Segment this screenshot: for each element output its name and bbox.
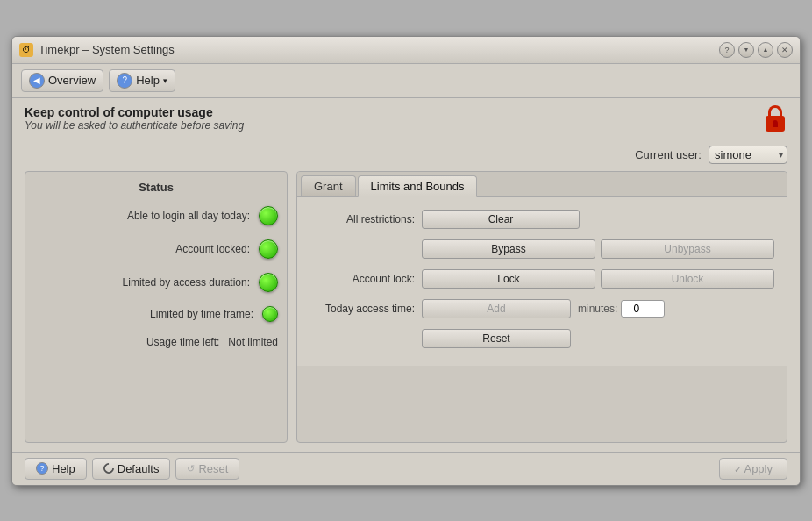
add-button[interactable]: Add bbox=[422, 299, 571, 318]
status-row-login: Able to login all day today: bbox=[34, 206, 278, 225]
user-select[interactable]: simone admin guest bbox=[709, 146, 787, 164]
titlebar-controls: ? ▼ ▲ ✕ bbox=[719, 42, 793, 58]
header-title: Keep control of computer usage bbox=[25, 105, 244, 119]
tab-limits[interactable]: Limits and Bounds bbox=[358, 175, 478, 197]
login-indicator bbox=[259, 206, 278, 225]
lock-pair: Lock Unlock bbox=[422, 269, 774, 289]
timeframe-label: Limited by time frame: bbox=[150, 308, 253, 320]
header-section: Keep control of computer usage You will … bbox=[12, 98, 800, 142]
main-window: ⏱ Timekpr – System Settings ? ▼ ▲ ✕ ◀ Ov… bbox=[11, 36, 801, 486]
usage-label: Usage time left: bbox=[146, 336, 219, 348]
tab-grant[interactable]: Grant bbox=[301, 175, 356, 196]
duration-indicator bbox=[259, 273, 278, 292]
defaults-button[interactable]: Defaults bbox=[92, 458, 171, 480]
status-panel: Status Able to login all day today: Acco… bbox=[25, 171, 288, 443]
close-button[interactable]: ✕ bbox=[777, 42, 793, 58]
lock-body bbox=[766, 116, 785, 132]
overview-button[interactable]: ◀ Overview bbox=[21, 69, 103, 92]
account-lock-label: Account lock: bbox=[310, 273, 415, 285]
header-text: Keep control of computer usage You will … bbox=[25, 105, 244, 132]
reset-bottom-button[interactable]: ↺ Reset bbox=[175, 458, 239, 480]
clear-button[interactable]: Clear bbox=[422, 210, 580, 229]
duration-label: Limited by access duration: bbox=[123, 276, 250, 289]
tab-header: Grant Limits and Bounds bbox=[297, 172, 787, 197]
bypass-pair: Bypass Unbypass bbox=[422, 239, 774, 259]
locked-indicator bbox=[259, 239, 278, 259]
today-access-row: Today access time: Add minutes: bbox=[310, 299, 774, 318]
tab-content-grant: All restrictions: Clear Bypass Unbypass bbox=[297, 197, 787, 366]
usage-row: Usage time left: Not limited bbox=[34, 336, 278, 348]
account-lock-row: Account lock: Lock Unlock bbox=[310, 269, 774, 289]
bypass-row: Bypass Unbypass bbox=[310, 239, 774, 259]
apply-icon: ✓ bbox=[734, 464, 742, 475]
minutes-input[interactable] bbox=[621, 300, 665, 318]
unlock-button[interactable]: Unlock bbox=[601, 269, 774, 289]
minutes-label: minutes: bbox=[578, 303, 617, 315]
main-content: Status Able to login all day today: Acco… bbox=[12, 171, 800, 452]
help-bottom-button[interactable]: ? Help bbox=[25, 458, 87, 480]
maximize-button[interactable]: ▲ bbox=[758, 42, 773, 58]
lock-shackle bbox=[768, 105, 782, 116]
help-title-button[interactable]: ? bbox=[719, 42, 735, 58]
header-subtitle: You will be asked to authenticate before… bbox=[25, 119, 244, 132]
all-restrictions-label: All restrictions: bbox=[310, 213, 415, 225]
titlebar: ⏱ Timekpr – System Settings ? ▼ ▲ ✕ bbox=[12, 37, 800, 64]
refresh-icon bbox=[101, 461, 116, 476]
app-icon: ⏱ bbox=[19, 43, 33, 57]
help-button[interactable]: ? Help ▾ bbox=[109, 69, 175, 92]
titlebar-left: ⏱ Timekpr – System Settings bbox=[19, 43, 175, 57]
reset-button[interactable]: Reset bbox=[422, 329, 571, 348]
bottom-bar: ? Help Defaults ↺ Reset ✓ Apply bbox=[12, 452, 800, 485]
lock-keyhole bbox=[773, 120, 778, 127]
apply-button[interactable]: ✓ Apply bbox=[719, 458, 787, 480]
lock-icon bbox=[763, 105, 787, 135]
minimize-button[interactable]: ▼ bbox=[738, 42, 754, 58]
status-row-duration: Limited by access duration: bbox=[34, 273, 278, 292]
status-row-locked: Account locked: bbox=[34, 239, 278, 259]
login-label: Able to login all day today: bbox=[127, 210, 250, 222]
minutes-wrapper: minutes: bbox=[578, 300, 665, 318]
all-restrictions-row: All restrictions: Clear bbox=[310, 210, 774, 229]
back-icon: ◀ bbox=[29, 73, 45, 89]
status-title: Status bbox=[34, 181, 278, 194]
user-select-wrapper: simone admin guest ▾ bbox=[709, 146, 787, 164]
bottom-left: ? Help Defaults ↺ Reset bbox=[25, 458, 239, 480]
help-dropdown-arrow: ▾ bbox=[163, 76, 167, 85]
question-icon: ? bbox=[117, 73, 132, 89]
bypass-button[interactable]: Bypass bbox=[422, 239, 595, 259]
today-access-label: Today access time: bbox=[310, 303, 415, 315]
tabs-panel: Grant Limits and Bounds All restrictions… bbox=[296, 171, 787, 443]
current-user-label: Current user: bbox=[635, 148, 702, 161]
lock-button[interactable]: Lock bbox=[422, 269, 595, 289]
user-row: Current user: simone admin guest ▾ bbox=[12, 142, 800, 171]
help-bottom-icon: ? bbox=[36, 462, 48, 475]
unbypass-button[interactable]: Unbypass bbox=[601, 239, 774, 259]
reset-row: Reset bbox=[310, 329, 774, 348]
window-title: Timekpr – System Settings bbox=[39, 43, 175, 56]
reset-bottom-icon: ↺ bbox=[187, 463, 195, 475]
locked-label: Account locked: bbox=[175, 243, 250, 255]
timeframe-indicator bbox=[262, 306, 278, 322]
usage-value: Not limited bbox=[228, 336, 278, 348]
status-row-timeframe: Limited by time frame: bbox=[34, 306, 278, 322]
toolbar: ◀ Overview ? Help ▾ bbox=[12, 64, 800, 98]
